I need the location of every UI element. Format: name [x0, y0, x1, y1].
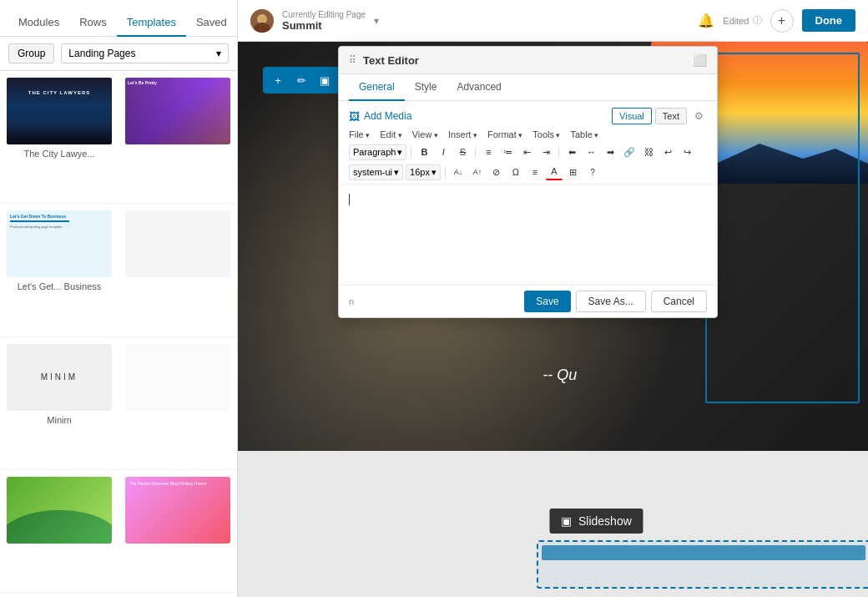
- page-info: Currently Editing Page Summit: [282, 10, 366, 32]
- edit-element-button[interactable]: ✏: [291, 70, 311, 90]
- canvas-area: Currently Editing Page Summit ▾ 🔔 Edited…: [238, 0, 868, 597]
- menu-file[interactable]: File: [349, 129, 370, 139]
- group-button[interactable]: Group: [8, 43, 54, 63]
- clear-format-button[interactable]: ⊘: [488, 164, 505, 180]
- format-row: Paragraph ▾ B I S ≡ ≔ ⇤ ⇥ ⬅ ↔ ➡ 🔗 ⛓ ↩ ↪: [349, 144, 707, 160]
- subscript-button[interactable]: A↓: [450, 164, 467, 180]
- outdent-button[interactable]: ⇤: [518, 144, 535, 160]
- menu-format[interactable]: Format: [487, 129, 522, 139]
- undo-button[interactable]: ↩: [659, 144, 676, 160]
- modal-actions: Save Save As... Cancel: [524, 291, 707, 312]
- slideshow-label: ▣ Slideshow: [549, 508, 643, 534]
- menu-insert[interactable]: Insert: [448, 129, 477, 139]
- tab-general[interactable]: General: [349, 74, 405, 101]
- strikethrough-button[interactable]: S: [454, 144, 471, 160]
- menu-view[interactable]: View: [412, 129, 438, 139]
- link-button[interactable]: 🔗: [621, 144, 638, 160]
- list-item[interactable]: MINIM Minim: [0, 337, 119, 470]
- special-char-button[interactable]: Ω: [507, 164, 524, 180]
- cancel-button[interactable]: Cancel: [651, 291, 707, 312]
- info-icon: ⓘ: [753, 14, 762, 27]
- editor-bottom: n Save Save As... Cancel: [339, 285, 717, 317]
- add-element-button[interactable]: +: [268, 70, 288, 90]
- font-size-select[interactable]: 16px ▾: [406, 164, 441, 180]
- tab-rows[interactable]: Rows: [69, 9, 117, 37]
- font-family-select[interactable]: system-ui ▾: [349, 164, 403, 180]
- fmt-divider: [411, 146, 411, 158]
- category-select[interactable]: Landing Pages ▾: [61, 43, 229, 63]
- table-insert-button[interactable]: ⊞: [565, 164, 582, 180]
- help-button[interactable]: ?: [584, 164, 601, 180]
- tab-modules[interactable]: Modules: [8, 9, 69, 37]
- list-item[interactable]: THE CITY LAWYERS The City Lawye...: [0, 71, 119, 204]
- fmt-divider-3: [558, 146, 559, 158]
- italic-button[interactable]: I: [435, 144, 452, 160]
- font-arrow: ▾: [394, 167, 399, 178]
- chevron-down-icon: ▾: [216, 48, 221, 59]
- template-thumbnail: THE CITY LAWYERS: [7, 78, 112, 144]
- visual-text-toggle: Visual Text ⚙: [612, 108, 707, 124]
- modal-title: Text Editor: [363, 54, 419, 67]
- slideshow-placeholder[interactable]: [537, 540, 869, 589]
- template-thumbnail: [125, 344, 230, 411]
- list-item[interactable]: Let's Get Down To Business Professional …: [0, 204, 119, 336]
- tab-saved[interactable]: Saved: [186, 9, 237, 37]
- unlink-button[interactable]: ⛓: [640, 144, 657, 160]
- editor-menu-row: File Edit View Insert Format Tools Table: [349, 129, 707, 139]
- tab-templates[interactable]: Templates: [117, 9, 186, 37]
- list-item[interactable]: [119, 204, 237, 336]
- list-item[interactable]: Let's Be Pretty: [119, 71, 237, 204]
- slideshow-icon: ▣: [561, 514, 572, 528]
- maximize-icon[interactable]: ⬜: [693, 53, 707, 67]
- redo-button[interactable]: ↪: [679, 144, 695, 160]
- text-editor-modal: ⠿ Text Editor ⬜ General Style Advanced 🖼…: [338, 46, 718, 318]
- size-arrow: ▾: [431, 167, 437, 178]
- save-as-button[interactable]: Save As...: [576, 291, 646, 312]
- notification-bell-icon[interactable]: 🔔: [698, 13, 714, 28]
- indent-button[interactable]: ⇥: [537, 144, 554, 160]
- editor-content[interactable]: [339, 185, 717, 285]
- template-label: Let's Get... Business: [7, 281, 112, 291]
- modal-tabs: General Style Advanced: [339, 74, 717, 101]
- save-button[interactable]: Save: [524, 291, 570, 312]
- paragraph-select[interactable]: Paragraph ▾: [349, 144, 406, 160]
- add-page-button[interactable]: +: [770, 9, 794, 33]
- numbered-list-button[interactable]: ≔: [499, 144, 516, 160]
- visual-button[interactable]: Visual: [612, 108, 652, 124]
- align-center-button[interactable]: ↔: [583, 144, 599, 160]
- top-bar: Currently Editing Page Summit ▾ 🔔 Edited…: [238, 0, 868, 42]
- list-item[interactable]: [0, 470, 119, 593]
- page-dropdown-arrow[interactable]: ▾: [374, 15, 379, 27]
- align-left-button[interactable]: ⬅: [563, 144, 580, 160]
- modal-header: ⠿ Text Editor ⬜: [339, 47, 717, 74]
- text-button[interactable]: Text: [655, 108, 687, 124]
- text-align-button[interactable]: ≡: [527, 164, 543, 180]
- modal-drag-icon: ⠿: [349, 54, 356, 66]
- menu-tools[interactable]: Tools: [532, 129, 560, 139]
- quote-text: -- Qu: [542, 367, 577, 384]
- tab-style[interactable]: Style: [405, 74, 447, 101]
- font-color-button[interactable]: A: [546, 164, 563, 180]
- list-item[interactable]: The Perfect Business Blog Writing Theme: [119, 470, 237, 593]
- tab-advanced[interactable]: Advanced: [447, 74, 511, 101]
- template-thumbnail: Let's Get Down To Business Professional …: [7, 210, 112, 277]
- settings-icon[interactable]: ⚙: [690, 108, 707, 124]
- paragraph-arrow: ▾: [397, 147, 402, 158]
- template-thumbnail: [7, 477, 112, 544]
- sidebar-controls: Group Landing Pages ▾: [0, 37, 237, 71]
- align-right-button[interactable]: ➡: [602, 144, 618, 160]
- slideshow-fill: [542, 545, 865, 560]
- char-count: n: [349, 296, 354, 306]
- superscript-button[interactable]: A↑: [469, 164, 486, 180]
- add-media-icon: 🖼: [349, 110, 360, 123]
- bold-button[interactable]: B: [416, 144, 432, 160]
- add-media-button[interactable]: 🖼 Add Media: [349, 110, 411, 123]
- list-item[interactable]: [119, 337, 237, 470]
- template-thumbnail: The Perfect Business Blog Writing Theme: [125, 477, 230, 544]
- bullet-list-button[interactable]: ≡: [480, 144, 497, 160]
- module-button[interactable]: ▣: [315, 70, 335, 90]
- done-button[interactable]: Done: [802, 9, 856, 32]
- sidebar-tabs: Modules Rows Templates Saved: [0, 0, 237, 37]
- menu-table[interactable]: Table: [571, 129, 599, 139]
- menu-edit[interactable]: Edit: [380, 129, 401, 139]
